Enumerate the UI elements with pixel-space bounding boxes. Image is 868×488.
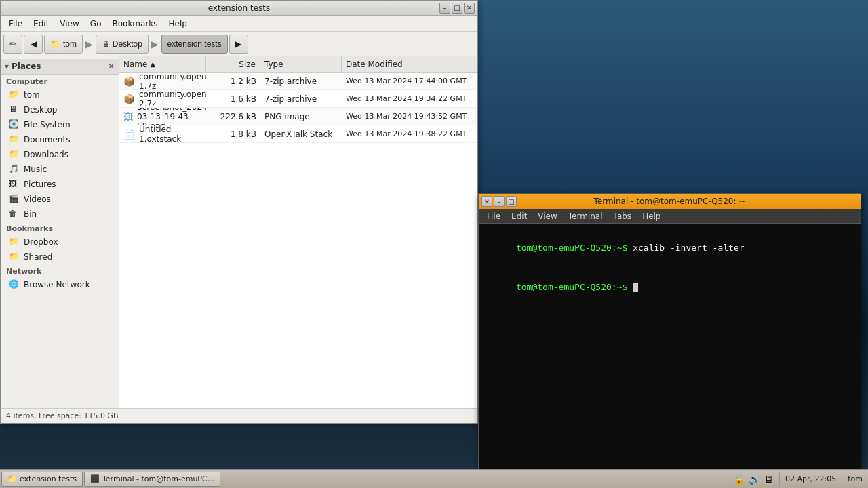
fm-close-button[interactable]: ✕: [464, 3, 475, 14]
sidebar-item-music[interactable]: 🎵 Music: [1, 162, 119, 177]
oxtstack-icon: 📄: [123, 129, 135, 140]
fl-cell-name-2: 🖼 Screenshot_2024-03-13_19-43-50.png: [119, 108, 206, 125]
sidebar-item-dropbox[interactable]: 📁 Dropbox: [1, 235, 119, 249]
sidebar-item-filesystem[interactable]: 💽 File System: [1, 117, 119, 132]
term-maximize-button[interactable]: □: [506, 196, 517, 207]
table-row[interactable]: 🖼 Screenshot_2024-03-13_19-43-50.png 222…: [119, 108, 477, 125]
systray-volume-icon[interactable]: 🔊: [749, 474, 760, 485]
fm-breadcrumb-desktop[interactable]: 🖥 Desktop: [96, 35, 149, 54]
fm-back-button[interactable]: ◀: [24, 35, 43, 54]
fl-cell-date-1: Wed 13 Mar 2024 19:34:22 GMT: [342, 90, 477, 107]
term-menu-edit[interactable]: Edit: [506, 210, 532, 222]
fm-edit-bookmarks-button[interactable]: ✏: [3, 35, 22, 54]
table-row[interactable]: 📄 Untitled 1.oxtstack 1.8 kB OpenXTalk S…: [119, 125, 477, 143]
table-row[interactable]: 📦 community.openxtalk.plugin.oxtlite 2.7…: [119, 90, 477, 108]
downloads-icon: 📁: [9, 149, 20, 160]
sidebar-item-pictures[interactable]: 🖼 Pictures: [1, 177, 119, 192]
png-icon: 🖼: [123, 111, 133, 122]
fm-breadcrumb-tom[interactable]: 📁 tom: [44, 35, 83, 54]
dropbox-icon: 📁: [9, 237, 20, 247]
system-clock: 02 Apr, 22:05: [785, 474, 836, 483]
term-menu-view[interactable]: View: [532, 210, 562, 222]
term-menu-tabs[interactable]: Tabs: [608, 210, 637, 222]
sidebar-item-videos[interactable]: 🎬 Videos: [1, 192, 119, 207]
taskbar-item-filemanager[interactable]: 📁 extension tests: [1, 472, 83, 487]
sidebar-section-computer: Computer: [1, 75, 119, 87]
terminal-icon: ⬛: [90, 474, 100, 483]
fm-forward-button[interactable]: ▶: [229, 35, 248, 54]
shared-icon: 📁: [9, 251, 20, 262]
term-menu-terminal[interactable]: Terminal: [563, 210, 608, 222]
fm-menu-view[interactable]: View: [54, 18, 84, 30]
zip-icon: 📦: [123, 76, 135, 87]
fl-cell-name-1: 📦 community.openxtalk.plugin.oxtlite 2.7…: [119, 90, 206, 107]
fl-cell-type-1: 7-zip archive: [260, 90, 342, 107]
fm-window-controls: – □ ✕: [439, 3, 475, 14]
fl-cell-type-0: 7-zip archive: [260, 73, 342, 89]
fm-minimize-button[interactable]: –: [439, 3, 450, 14]
fl-cell-date-2: Wed 13 Mar 2024 19:43:52 GMT: [342, 108, 477, 125]
zip-icon: 📦: [123, 94, 135, 104]
fm-maximize-button[interactable]: □: [452, 3, 462, 14]
fl-cell-type-2: PNG image: [260, 108, 342, 125]
sidebar-section-bookmarks: Bookmarks: [1, 222, 119, 235]
fm-title: extension tests: [208, 3, 271, 13]
taskbar: 📁 extension tests ⬛ Terminal - tom@tom-e…: [0, 469, 868, 488]
term-titlebar: ✕ – □ Terminal - tom@tom-emuPC-Q520: ~: [479, 194, 861, 209]
folder-icon: 📁: [7, 474, 17, 483]
fm-sidebar: ▾ Places ✕ Computer 📁 tom 🖥 Desktop 💽 Fi…: [1, 56, 119, 408]
places-close-button[interactable]: ✕: [108, 62, 115, 71]
term-menu-help[interactable]: Help: [637, 210, 666, 222]
sidebar-item-shared[interactable]: 📁 Shared: [1, 249, 119, 264]
fm-breadcrumb-extension-tests[interactable]: extension tests: [161, 35, 228, 54]
fl-col-size[interactable]: Size: [206, 56, 260, 72]
fm-menu-help[interactable]: Help: [163, 18, 193, 30]
desktop-icon: 🖥: [102, 39, 110, 49]
videos-icon: 🎬: [9, 194, 20, 205]
sidebar-item-bin[interactable]: 🗑 Bin: [1, 207, 119, 222]
taskbar-separator-2: [842, 472, 842, 486]
music-icon: 🎵: [9, 164, 20, 175]
fl-cell-date-0: Wed 13 Mar 2024 17:44:00 GMT: [342, 73, 477, 89]
term-window-controls: ✕ – □: [481, 196, 517, 207]
systray-lock-icon[interactable]: 🔒: [733, 474, 745, 485]
fl-cell-name-3: 📄 Untitled 1.oxtstack: [119, 125, 206, 142]
pictures-icon: 🖼: [9, 179, 20, 190]
fm-toolbar: ✏ ◀ 📁 tom ▶ 🖥 Desktop ▶ extension tests …: [1, 32, 477, 56]
sidebar-item-downloads[interactable]: 📁 Downloads: [1, 147, 119, 162]
term-body[interactable]: tom@tom-emuPC-Q520:~$ xcalib -invert -al…: [479, 224, 861, 470]
sidebar-item-desktop[interactable]: 🖥 Desktop: [1, 102, 119, 117]
taskbar-separator: [779, 472, 780, 486]
fl-col-date[interactable]: Date Modified: [342, 56, 477, 72]
fm-main: ▾ Places ✕ Computer 📁 tom 🖥 Desktop 💽 Fi…: [1, 56, 477, 408]
fl-cell-size-2: 222.6 kB: [206, 108, 260, 125]
term-line-0: tom@tom-emuPC-Q520:~$ xcalib -invert -al…: [484, 228, 855, 268]
term-cmd-0: xcalib -invert -alter: [633, 243, 744, 253]
sidebar-item-browse-network[interactable]: 🌐 Browse Network: [1, 277, 119, 292]
term-menu-file[interactable]: File: [481, 210, 506, 222]
breadcrumb-sep-2: ▶: [150, 39, 160, 49]
fm-menu-bookmarks[interactable]: Bookmarks: [106, 18, 163, 30]
folder-icon: 📁: [50, 39, 60, 49]
places-header-left: ▾ Places: [5, 62, 41, 71]
sidebar-item-tom[interactable]: 📁 tom: [1, 87, 119, 102]
term-close-button[interactable]: ✕: [481, 196, 492, 207]
fl-cell-size-0: 1.2 kB: [206, 73, 260, 89]
fl-col-name[interactable]: Name ▲: [119, 56, 206, 72]
systray-display-icon[interactable]: 🖥: [764, 474, 774, 485]
fl-col-type[interactable]: Type: [260, 56, 342, 72]
breadcrumb-sep-1: ▶: [84, 39, 94, 49]
fl-cell-size-1: 1.6 kB: [206, 90, 260, 107]
desktop-icon: 🖥: [9, 104, 20, 115]
term-minimize-button[interactable]: –: [494, 196, 505, 207]
fm-menu-file[interactable]: File: [3, 18, 28, 30]
sidebar-item-documents[interactable]: 📁 Documents: [1, 132, 119, 147]
fm-menu-go[interactable]: Go: [85, 18, 107, 30]
documents-icon: 📁: [9, 134, 20, 145]
term-line-1: tom@tom-emuPC-Q520:~$: [484, 268, 855, 308]
fm-menu-edit[interactable]: Edit: [28, 18, 54, 30]
fl-header: Name ▲ Size Type Date Modified: [119, 56, 477, 73]
table-row[interactable]: 📦 community.openxtalk.plugin.oxtlite 1.7…: [119, 73, 477, 90]
taskbar-item-terminal[interactable]: ⬛ Terminal - tom@tom-emuPC...: [84, 472, 220, 487]
terminal-window: ✕ – □ Terminal - tom@tom-emuPC-Q520: ~ F…: [478, 193, 861, 471]
